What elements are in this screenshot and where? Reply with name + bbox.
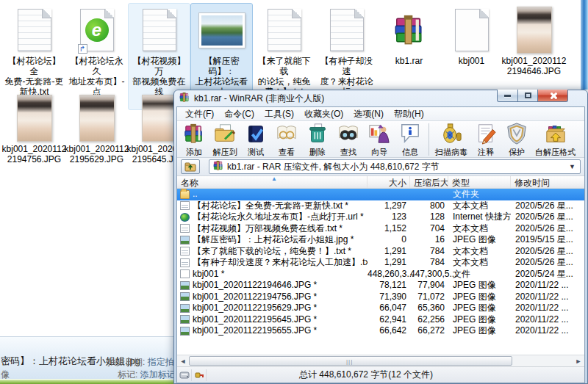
scroll-left-icon[interactable]: ◄ — [177, 358, 189, 365]
toolbar-button-2[interactable]: 测试 — [240, 122, 271, 157]
modified-time: 2020/11/22 ... — [511, 303, 584, 314]
file-size: 66,642 — [368, 325, 410, 337]
desktop-icon-0-8[interactable]: kbj001_2020112 2194646.JPG — [503, 3, 565, 79]
close-button[interactable] — [538, 90, 568, 102]
file-size: 1,152 — [368, 223, 410, 235]
column-header-4[interactable]: 修改时间 — [511, 176, 584, 188]
sort-ascending-icon: ▲ — [271, 176, 277, 182]
address-dropdown-icon[interactable]: ▼ — [567, 163, 577, 170]
file-row-12[interactable]: kbj001_20201122195655.JPG *66,64266,272J… — [177, 325, 584, 337]
icon-box — [143, 6, 176, 54]
file-name-cell: 【村花论坛】全免费-无套路-更新快.txt * — [177, 200, 368, 212]
toolbar-button-5[interactable]: 查找 — [333, 122, 364, 157]
list-header: 名称大小压缩后大小类型修改时间▲ — [177, 176, 584, 189]
file-type: Internet 快捷方式 — [448, 211, 511, 223]
toolbar-button-10[interactable]: 保护 — [501, 122, 532, 157]
icon-box — [17, 94, 52, 142]
text-file-icon — [18, 9, 51, 51]
modified-time: 2020/11/22 ... — [511, 325, 584, 337]
menu-item-0[interactable]: 文件(F) — [180, 108, 219, 120]
file-type: JPEG 图像 — [448, 314, 511, 326]
desktop-icon-1-1[interactable]: kbj001_2020112 2195629.JPG — [65, 91, 128, 167]
folder-up-icon — [184, 162, 196, 172]
minimize-button[interactable] — [497, 90, 518, 102]
packed-size: 71,072 — [410, 291, 448, 303]
file-row-11[interactable]: kbj001_20201122195645.JPG *62,94162,256J… — [177, 314, 584, 326]
desktop-icon-0-4[interactable]: 【来了就能下载 的论坛，纯免 费！】.txt — [253, 3, 315, 100]
file-row-8[interactable]: kbj001_20201122194646.JPG *78,12177,904J… — [177, 280, 584, 291]
tags-value[interactable]: 添加标记 — [140, 369, 176, 380]
menu-item-1[interactable]: 命令(C) — [219, 108, 259, 120]
file-row-1[interactable]: 【村花论坛】全免费-无套路-更新快.txt *1,297800文本文档2020/… — [177, 200, 584, 212]
key-status-icon[interactable] — [192, 369, 207, 381]
minimize-icon — [504, 95, 511, 97]
file-type: JPEG 图像 — [448, 280, 511, 291]
file-row-4[interactable]: 【解压密码】：上村花论坛看小姐姐.jpg *016JPEG 图像2019/5/1… — [177, 234, 584, 246]
file-name-cell: kbj001_20201122194756.JPG * — [177, 291, 368, 303]
modified-time: 2020/5/24 星... — [511, 269, 584, 280]
column-header-3[interactable]: 类型 — [448, 176, 511, 188]
file-name-cell: kbj001_20201122195629.JPG * — [177, 303, 368, 314]
menu-item-5[interactable]: 帮助(H) — [389, 108, 429, 120]
toolbar-button-label: 保护 — [509, 148, 525, 157]
scroll-right-icon[interactable]: ► — [573, 358, 584, 365]
desktop-icon-0-6[interactable]: kb1.rar — [378, 3, 440, 69]
toolbar-button-9[interactable]: 注释 — [470, 122, 501, 157]
file-name: 【有种子却没速度？来村花论坛人工加速】.txt * — [193, 257, 368, 268]
file-name: 【村花论坛永久地址发布页】-点此打开.url * — [193, 211, 364, 222]
file-size: 78,121 — [368, 280, 410, 291]
maximize-button[interactable] — [518, 90, 538, 102]
info-icon — [399, 123, 421, 148]
file-row-2[interactable]: 【村花论坛永久地址发布页】-点此打开.url *123128Internet 快… — [177, 211, 584, 223]
file-row-5[interactable]: 【来了就能下载的论坛，纯免费！】.txt *1,291784文本文档2020/5… — [177, 246, 584, 258]
folder-icon — [180, 190, 190, 199]
winrar-titlebar[interactable]: > kb1.rar - WinRAR (非商业个人版) — [174, 90, 587, 106]
jpeg-image-icon — [180, 236, 190, 244]
up-directory-button[interactable] — [181, 159, 200, 174]
file-name-cell: kbj001_20201122195655.JPG * — [177, 325, 368, 337]
photo-icon — [517, 7, 552, 54]
file-row-10[interactable]: kbj001_20201122195629.JPG *66,04765,360J… — [177, 303, 584, 314]
toolbar-button-4[interactable]: 删除 — [302, 122, 333, 157]
packed-size: 784 — [410, 257, 448, 269]
file-row-7[interactable]: kbj001 *448,260,3...447,300,5...文件2020/5… — [177, 269, 584, 280]
icon-box — [392, 6, 426, 54]
file-row-3[interactable]: 【村花视频】万部视频免费在线看.txt *1,152704文本文档2020/5/… — [177, 223, 584, 235]
desktop-icon-0-0[interactable]: 【村花论坛】全 免费-无套路-更 新快.txt — [3, 3, 65, 100]
menu-item-4[interactable]: 选项(N) — [348, 108, 389, 120]
address-combobox[interactable]: > kb1.rar - RAR 压缩文件, 解包大小为 448,610,672 … — [209, 159, 581, 174]
toolbar-button-0[interactable]: 添加 — [179, 122, 209, 157]
disk-status-icon[interactable] — [177, 369, 192, 381]
desktop-icon-label: kb1.rar — [395, 56, 423, 66]
test-archive-icon — [245, 123, 267, 148]
toolbar-button-6[interactable]: 向导 — [364, 122, 395, 157]
file-row-9[interactable]: kbj001_20201122194756.JPG *71,39071,072J… — [177, 291, 584, 303]
find-file-icon — [337, 123, 359, 148]
jpeg-landscape-icon — [199, 13, 245, 48]
file-row-0[interactable]: ..文件夹 — [177, 189, 584, 200]
toolbar-button-11[interactable]: 自解压格式 — [532, 122, 578, 157]
toolbar-button-7[interactable]: 信息 — [395, 122, 426, 157]
desktop-icon-1-0[interactable]: kbj001_2020112 2194756.JPG — [3, 91, 65, 167]
file-type: 文本文档 — [448, 246, 511, 258]
icon-box — [517, 6, 552, 54]
toolbar-button-8[interactable]: 扫描病毒 — [432, 122, 470, 157]
menu-item-3[interactable]: 收藏夹(O) — [299, 108, 348, 120]
horizontal-scrollbar[interactable]: ◄ ||| ► — [177, 355, 584, 366]
file-name: kbj001_20201122195629.JPG * — [193, 303, 317, 314]
rar-archive-icon — [392, 13, 426, 47]
icon-box — [18, 6, 51, 54]
desktop-icon-0-7[interactable]: kbj001 — [440, 3, 503, 69]
text-file-icon — [180, 201, 190, 210]
file-name: 【村花视频】万部视频免费在线看.txt * — [193, 223, 343, 234]
file-type: JPEG 图像 — [448, 291, 511, 303]
file-size: 0 — [368, 234, 410, 246]
screen: 【村花论坛】全 免费-无套路-更 新快.txte↱【村花论坛永久 地址发布页】-… — [0, 0, 588, 384]
column-header-2[interactable]: 压缩后大小 — [410, 176, 448, 188]
menu-item-2[interactable]: 工具(S) — [259, 108, 299, 120]
file-row-6[interactable]: 【有种子却没速度？来村花论坛人工加速】.txt *1,291784文本文档202… — [177, 257, 584, 269]
toolbar-button-3[interactable]: 查看 — [271, 122, 302, 157]
column-header-1[interactable]: 大小 — [368, 176, 410, 188]
toolbar-button-1[interactable]: 解压到 — [209, 122, 240, 157]
scrollbar-grip-icon: ||| — [346, 358, 353, 365]
